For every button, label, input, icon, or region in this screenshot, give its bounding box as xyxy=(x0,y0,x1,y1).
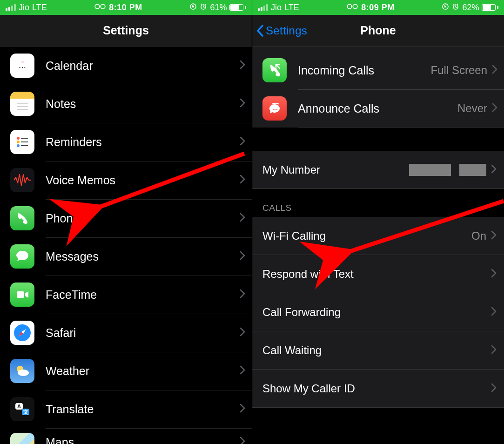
chevron-right-icon xyxy=(240,404,245,415)
settings-item-safari[interactable]: Safari xyxy=(0,314,252,352)
safari-icon xyxy=(10,321,34,345)
voice-memos-icon xyxy=(10,168,34,192)
settings-item-weather[interactable]: Weather xyxy=(0,352,252,390)
item-label: Calendar xyxy=(46,59,240,73)
phone-item-respond-with-text[interactable]: Respond with Text xyxy=(252,255,504,293)
phone-item-announce-calls[interactable]: Announce Calls Never xyxy=(252,89,504,128)
item-label: Notes xyxy=(46,97,240,111)
network-label: LTE xyxy=(284,3,299,13)
item-label: Announce Calls xyxy=(298,102,457,115)
item-label: Reminders xyxy=(46,135,240,149)
settings-item-phone[interactable]: Phone xyxy=(0,199,252,237)
chevron-right-icon xyxy=(240,251,245,262)
facetime-icon xyxy=(10,283,34,307)
svg-point-14 xyxy=(17,144,20,147)
svg-point-27 xyxy=(347,4,352,9)
hotspot-icon xyxy=(94,2,106,13)
settings-item-notes[interactable]: Notes xyxy=(0,85,252,123)
section-header-calls: CALLS xyxy=(252,189,504,217)
status-time: 8:10 PM xyxy=(109,3,142,13)
back-button[interactable]: Settings xyxy=(252,24,307,37)
phone-item-call-waiting[interactable]: Call Waiting xyxy=(252,331,504,370)
svg-point-34 xyxy=(276,109,277,110)
chevron-right-icon xyxy=(491,230,497,242)
settings-item-calendar[interactable]: •••⋯ Calendar xyxy=(0,47,252,85)
status-bar: Jio LTE 8:10 PM 61% xyxy=(0,0,252,15)
chevron-right-icon xyxy=(240,60,245,71)
svg-point-33 xyxy=(275,109,276,110)
reminders-icon xyxy=(10,130,34,154)
chevron-right-icon xyxy=(491,383,497,394)
phone-item-wifi-calling[interactable]: Wi-Fi Calling On xyxy=(252,217,504,255)
hotspot-icon xyxy=(346,2,358,13)
status-time: 8:09 PM xyxy=(361,3,395,13)
chevron-right-icon xyxy=(240,327,245,338)
item-label: Messages xyxy=(46,250,240,263)
chevron-right-icon xyxy=(491,307,497,318)
item-value: Never xyxy=(457,102,487,115)
item-label: Translate xyxy=(46,403,240,416)
alarm-icon xyxy=(200,3,207,13)
phone-item-my-number[interactable]: My Number xyxy=(252,151,504,189)
phone-item-incoming-calls[interactable]: Incoming Calls Full Screen xyxy=(252,51,504,89)
translate-icon: A文 xyxy=(10,397,34,421)
item-label: Respond with Text xyxy=(262,268,354,281)
settings-list[interactable]: •••⋯ Calendar Notes Reminders Voice Memo… xyxy=(0,47,252,444)
chevron-right-icon xyxy=(240,175,245,186)
chevron-right-icon xyxy=(491,164,497,175)
battery-pct: 62% xyxy=(462,3,479,13)
settings-item-maps[interactable]: Maps xyxy=(0,428,252,444)
svg-text:文: 文 xyxy=(23,409,28,415)
status-bar: Jio LTE 8:09 PM 62% xyxy=(252,0,504,15)
item-label: Maps xyxy=(46,436,240,444)
carrier-label: Jio xyxy=(271,3,282,13)
chevron-right-icon xyxy=(240,98,245,109)
svg-point-12 xyxy=(17,141,20,143)
chevron-right-icon xyxy=(240,289,245,300)
item-label: Show My Caller ID xyxy=(262,382,355,395)
settings-item-translate[interactable]: A文 Translate xyxy=(0,390,252,428)
item-label: Voice Memos xyxy=(46,174,240,187)
network-label: LTE xyxy=(32,3,47,13)
svg-rect-30 xyxy=(444,6,446,7)
item-label: Safari xyxy=(46,326,240,340)
item-value: Full Screen xyxy=(431,64,487,77)
settings-item-messages[interactable]: Messages xyxy=(0,237,252,276)
signal-icon xyxy=(258,4,268,11)
settings-item-facetime[interactable]: FaceTime xyxy=(0,276,252,314)
svg-point-28 xyxy=(353,4,358,9)
carrier-label: Jio xyxy=(19,3,29,13)
svg-point-32 xyxy=(273,109,274,110)
svg-point-10 xyxy=(17,137,20,140)
item-label: Phone xyxy=(46,212,240,225)
screen-phone-settings: Jio LTE 8:09 PM 62% Settings Phone Incom… xyxy=(252,0,504,444)
maps-icon xyxy=(10,433,34,444)
phone-item-show-caller-id[interactable]: Show My Caller ID xyxy=(252,370,504,408)
screen-settings: Jio LTE 8:10 PM 61% Settings •••⋯ Calend… xyxy=(0,0,252,444)
signal-icon xyxy=(6,4,16,11)
chevron-right-icon xyxy=(491,345,497,356)
page-title: Settings xyxy=(0,24,252,37)
chevron-right-icon xyxy=(492,103,497,114)
svg-text:A: A xyxy=(17,404,21,409)
item-label: Weather xyxy=(46,364,240,378)
chevron-right-icon xyxy=(240,213,245,224)
messages-icon xyxy=(10,244,34,269)
battery-icon xyxy=(482,4,498,11)
back-label: Settings xyxy=(266,24,307,37)
svg-rect-16 xyxy=(17,291,24,298)
nav-bar: Settings Phone xyxy=(252,15,504,47)
alarm-icon xyxy=(452,3,459,13)
item-label: FaceTime xyxy=(46,288,240,302)
chevron-right-icon xyxy=(240,365,245,377)
calendar-icon: •••⋯ xyxy=(10,54,34,78)
battery-pct: 61% xyxy=(210,3,227,13)
settings-item-reminders[interactable]: Reminders xyxy=(0,123,252,161)
my-number-value xyxy=(409,164,486,176)
notes-icon xyxy=(10,92,34,116)
orientation-lock-icon xyxy=(442,3,449,13)
phone-item-call-forwarding[interactable]: Call Forwarding xyxy=(252,293,504,331)
item-label: Wi-Fi Calling xyxy=(262,229,326,242)
settings-item-voice-memos[interactable]: Voice Memos xyxy=(0,161,252,199)
item-label: Call Forwarding xyxy=(262,306,341,319)
